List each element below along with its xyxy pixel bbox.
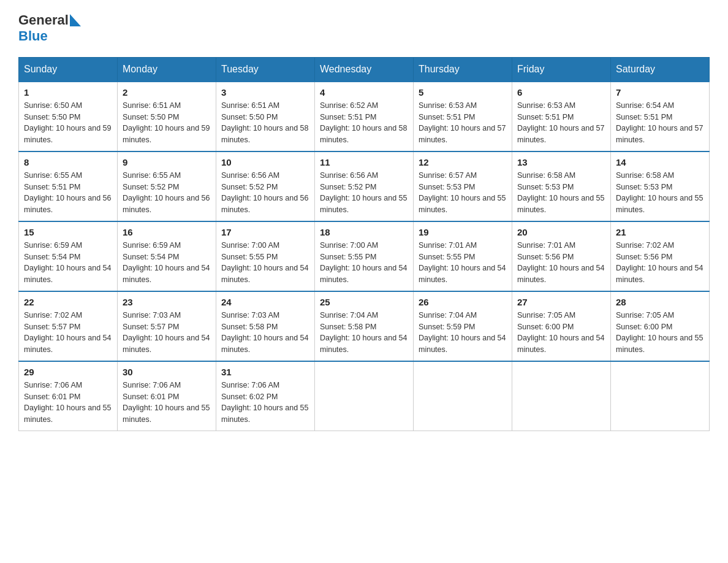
column-header-saturday: Saturday — [611, 57, 710, 82]
calendar-cell: 13 Sunrise: 6:58 AMSunset: 5:53 PMDaylig… — [512, 151, 611, 221]
calendar-cell — [512, 361, 611, 431]
column-header-thursday: Thursday — [414, 57, 512, 82]
day-number: 22 — [24, 297, 112, 307]
calendar-cell: 15 Sunrise: 6:59 AMSunset: 5:54 PMDaylig… — [19, 221, 118, 291]
calendar-cell: 14 Sunrise: 6:58 AMSunset: 5:53 PMDaylig… — [611, 151, 710, 221]
day-number: 15 — [24, 227, 112, 237]
column-header-wednesday: Wednesday — [315, 57, 414, 82]
day-number: 21 — [616, 227, 704, 237]
calendar-body: 1 Sunrise: 6:50 AMSunset: 5:50 PMDayligh… — [19, 82, 710, 431]
calendar-cell: 16 Sunrise: 6:59 AMSunset: 5:54 PMDaylig… — [118, 221, 216, 291]
day-info: Sunrise: 7:00 AMSunset: 5:55 PMDaylight:… — [320, 241, 407, 284]
day-info: Sunrise: 7:01 AMSunset: 5:55 PMDaylight:… — [419, 241, 506, 284]
column-header-monday: Monday — [118, 57, 216, 82]
calendar-cell: 11 Sunrise: 6:56 AMSunset: 5:52 PMDaylig… — [315, 151, 414, 221]
day-number: 28 — [616, 297, 704, 307]
day-number: 10 — [221, 157, 309, 167]
day-info: Sunrise: 7:01 AMSunset: 5:56 PMDaylight:… — [517, 241, 604, 284]
calendar-cell: 6 Sunrise: 6:53 AMSunset: 5:51 PMDayligh… — [512, 82, 611, 151]
calendar-cell: 17 Sunrise: 7:00 AMSunset: 5:55 PMDaylig… — [216, 221, 315, 291]
calendar-cell: 3 Sunrise: 6:51 AMSunset: 5:50 PMDayligh… — [216, 82, 315, 151]
day-number: 19 — [419, 227, 507, 237]
day-number: 17 — [221, 227, 309, 237]
day-info: Sunrise: 6:53 AMSunset: 5:51 PMDaylight:… — [517, 101, 604, 144]
logo: General Blue — [18, 12, 81, 45]
day-info: Sunrise: 7:05 AMSunset: 6:00 PMDaylight:… — [616, 311, 703, 354]
day-number: 1 — [24, 87, 112, 98]
calendar-cell: 9 Sunrise: 6:55 AMSunset: 5:52 PMDayligh… — [118, 151, 216, 221]
day-info: Sunrise: 7:03 AMSunset: 5:58 PMDaylight:… — [221, 311, 308, 354]
day-info: Sunrise: 6:53 AMSunset: 5:51 PMDaylight:… — [419, 101, 506, 144]
calendar-cell: 4 Sunrise: 6:52 AMSunset: 5:51 PMDayligh… — [315, 82, 414, 151]
day-number: 24 — [221, 297, 309, 307]
day-info: Sunrise: 6:56 AMSunset: 5:52 PMDaylight:… — [221, 171, 308, 214]
calendar-cell: 22 Sunrise: 7:02 AMSunset: 5:57 PMDaylig… — [19, 291, 118, 361]
day-number: 23 — [123, 297, 211, 307]
day-info: Sunrise: 6:55 AMSunset: 5:52 PMDaylight:… — [123, 171, 210, 214]
day-info: Sunrise: 6:57 AMSunset: 5:53 PMDaylight:… — [419, 171, 506, 214]
calendar-cell: 20 Sunrise: 7:01 AMSunset: 5:56 PMDaylig… — [512, 221, 611, 291]
calendar-week-4: 22 Sunrise: 7:02 AMSunset: 5:57 PMDaylig… — [19, 291, 710, 361]
calendar-cell: 1 Sunrise: 6:50 AMSunset: 5:50 PMDayligh… — [19, 82, 118, 151]
day-info: Sunrise: 7:04 AMSunset: 5:59 PMDaylight:… — [419, 311, 506, 354]
day-info: Sunrise: 6:58 AMSunset: 5:53 PMDaylight:… — [517, 171, 604, 214]
calendar-cell: 19 Sunrise: 7:01 AMSunset: 5:55 PMDaylig… — [414, 221, 512, 291]
calendar-cell: 26 Sunrise: 7:04 AMSunset: 5:59 PMDaylig… — [414, 291, 512, 361]
day-number: 16 — [123, 227, 211, 237]
day-info: Sunrise: 6:50 AMSunset: 5:50 PMDaylight:… — [24, 101, 111, 144]
calendar-cell: 2 Sunrise: 6:51 AMSunset: 5:50 PMDayligh… — [118, 82, 216, 151]
day-number: 3 — [221, 87, 309, 98]
day-info: Sunrise: 7:06 AMSunset: 6:02 PMDaylight:… — [221, 381, 308, 424]
day-number: 31 — [221, 367, 309, 377]
calendar-cell: 21 Sunrise: 7:02 AMSunset: 5:56 PMDaylig… — [611, 221, 710, 291]
logo-text-blue: Blue — [18, 28, 48, 44]
calendar-header-row: SundayMondayTuesdayWednesdayThursdayFrid… — [19, 57, 710, 82]
calendar-cell — [315, 361, 414, 431]
calendar-week-2: 8 Sunrise: 6:55 AMSunset: 5:51 PMDayligh… — [19, 151, 710, 221]
day-number: 20 — [517, 227, 605, 237]
calendar-cell: 27 Sunrise: 7:05 AMSunset: 6:00 PMDaylig… — [512, 291, 611, 361]
calendar-cell: 28 Sunrise: 7:05 AMSunset: 6:00 PMDaylig… — [611, 291, 710, 361]
day-info: Sunrise: 7:02 AMSunset: 5:56 PMDaylight:… — [616, 241, 703, 284]
day-number: 11 — [320, 157, 408, 167]
day-number: 9 — [123, 157, 211, 167]
day-info: Sunrise: 6:58 AMSunset: 5:53 PMDaylight:… — [616, 171, 703, 214]
day-info: Sunrise: 6:51 AMSunset: 5:50 PMDaylight:… — [123, 101, 210, 144]
day-number: 12 — [419, 157, 507, 167]
column-header-sunday: Sunday — [19, 57, 118, 82]
day-number: 7 — [616, 87, 704, 98]
day-number: 26 — [419, 297, 507, 307]
day-info: Sunrise: 7:03 AMSunset: 5:57 PMDaylight:… — [123, 311, 210, 354]
day-number: 14 — [616, 157, 704, 167]
day-number: 25 — [320, 297, 408, 307]
calendar-cell: 5 Sunrise: 6:53 AMSunset: 5:51 PMDayligh… — [414, 82, 512, 151]
day-number: 8 — [24, 157, 112, 167]
calendar-cell: 12 Sunrise: 6:57 AMSunset: 5:53 PMDaylig… — [414, 151, 512, 221]
day-number: 6 — [517, 87, 605, 98]
calendar-week-5: 29 Sunrise: 7:06 AMSunset: 6:01 PMDaylig… — [19, 361, 710, 431]
day-number: 27 — [517, 297, 605, 307]
calendar-week-3: 15 Sunrise: 6:59 AMSunset: 5:54 PMDaylig… — [19, 221, 710, 291]
day-info: Sunrise: 6:55 AMSunset: 5:51 PMDaylight:… — [24, 171, 111, 214]
svg-marker-0 — [70, 14, 81, 26]
day-info: Sunrise: 7:05 AMSunset: 6:00 PMDaylight:… — [517, 311, 604, 354]
day-number: 18 — [320, 227, 408, 237]
calendar-cell: 24 Sunrise: 7:03 AMSunset: 5:58 PMDaylig… — [216, 291, 315, 361]
day-info: Sunrise: 7:06 AMSunset: 6:01 PMDaylight:… — [123, 381, 210, 424]
page-header: General Blue — [18, 12, 710, 45]
day-number: 29 — [24, 367, 112, 377]
day-number: 5 — [419, 87, 507, 98]
calendar-cell — [611, 361, 710, 431]
calendar-cell: 25 Sunrise: 7:04 AMSunset: 5:58 PMDaylig… — [315, 291, 414, 361]
day-number: 13 — [517, 157, 605, 167]
calendar-cell: 10 Sunrise: 6:56 AMSunset: 5:52 PMDaylig… — [216, 151, 315, 221]
day-info: Sunrise: 6:51 AMSunset: 5:50 PMDaylight:… — [221, 101, 308, 144]
day-info: Sunrise: 6:54 AMSunset: 5:51 PMDaylight:… — [616, 101, 703, 144]
day-info: Sunrise: 7:02 AMSunset: 5:57 PMDaylight:… — [24, 311, 111, 354]
day-info: Sunrise: 6:56 AMSunset: 5:52 PMDaylight:… — [320, 171, 407, 214]
day-info: Sunrise: 7:06 AMSunset: 6:01 PMDaylight:… — [24, 381, 111, 424]
day-info: Sunrise: 6:52 AMSunset: 5:51 PMDaylight:… — [320, 101, 407, 144]
calendar-cell: 18 Sunrise: 7:00 AMSunset: 5:55 PMDaylig… — [315, 221, 414, 291]
day-info: Sunrise: 6:59 AMSunset: 5:54 PMDaylight:… — [123, 241, 210, 284]
calendar-cell: 31 Sunrise: 7:06 AMSunset: 6:02 PMDaylig… — [216, 361, 315, 431]
